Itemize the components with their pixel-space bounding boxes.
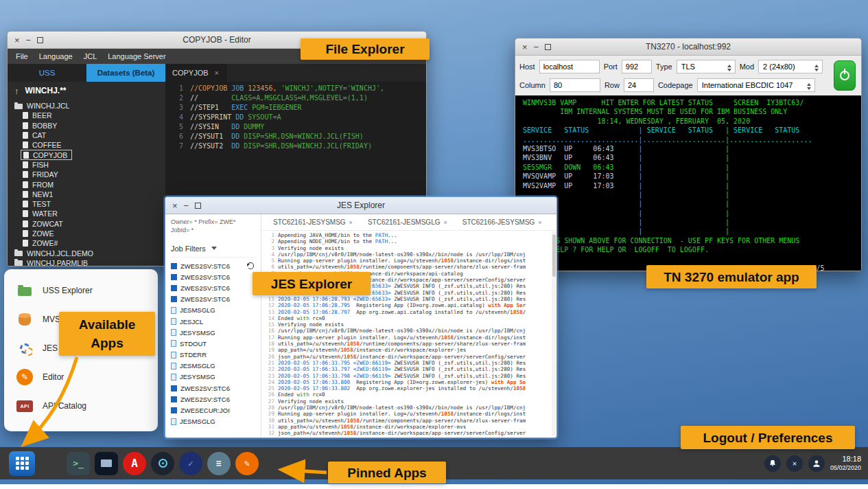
refresh-icon[interactable] bbox=[247, 262, 254, 269]
log-line: 28/usr/lpp/IBM/cnj/v8r0/IBM/node-latest-… bbox=[263, 405, 551, 411]
dataset-folder-item[interactable]: WINCHJ.PARMLIB bbox=[8, 258, 165, 266]
close-tab-icon[interactable]: × bbox=[443, 219, 447, 226]
dataset-folder-item[interactable]: WINCHJ.JCL bbox=[8, 101, 165, 111]
up-arrow-icon[interactable]: ↑ bbox=[14, 86, 19, 96]
spool-tab-stc62166-jesm[interactable]: STC62166-JESM× bbox=[550, 218, 556, 226]
app-item-api-catalog[interactable]: APIAPI Catalog bbox=[4, 391, 158, 420]
spool-file-item[interactable]: JESMSGLG bbox=[171, 305, 257, 316]
close-tab-icon[interactable]: × bbox=[215, 69, 219, 77]
menu-item-language-server[interactable]: Language Server bbox=[102, 50, 171, 62]
spool-file-item[interactable]: JESJCL bbox=[171, 316, 257, 327]
host-label: Host bbox=[519, 62, 535, 71]
dataset-member-item[interactable]: FRIDAY bbox=[8, 170, 165, 179]
log-line: 4/usr/lpp/IBM/cnj/v8r0/IBM/node-latest-o… bbox=[263, 251, 551, 258]
file-icon bbox=[23, 141, 28, 148]
maximize-icon[interactable] bbox=[37, 37, 43, 43]
tn3270-titlebar[interactable]: × − TN3270 - localhost:992 bbox=[515, 38, 861, 56]
spool-log-viewer[interactable]: 1Appending JAVA_HOME/bin to the PATH...2… bbox=[261, 231, 556, 437]
close-icon[interactable]: × bbox=[172, 201, 178, 210]
app-item-uss-explorer[interactable]: USS Explorer bbox=[4, 276, 158, 305]
spool-tab-stc62161-jesmsglg[interactable]: STC62161-JESMSGLG× bbox=[360, 218, 455, 226]
tn3270-app-icon[interactable] bbox=[95, 452, 118, 475]
spool-tab-stc62161-jesysmsg[interactable]: STC62161-JESYSMSG× bbox=[266, 218, 360, 226]
job-filters-dropdown[interactable]: Job Filters bbox=[171, 240, 257, 258]
job-item[interactable]: ZWES2SV:STC6 bbox=[171, 294, 257, 305]
spool-file-item[interactable]: JESMSGLG bbox=[171, 361, 257, 372]
dataset-member-item[interactable]: COFFEE bbox=[8, 140, 165, 150]
job-icon bbox=[171, 296, 177, 302]
job-item[interactable]: ZWES2SV:STC6 bbox=[171, 282, 257, 293]
dataset-member-item[interactable]: FISH bbox=[8, 160, 165, 170]
tab-datasets-beta[interactable]: Datasets (Beta) bbox=[86, 64, 165, 82]
react-app-icon[interactable] bbox=[151, 452, 174, 475]
close-session-icon[interactable]: × bbox=[786, 455, 803, 472]
user-icon[interactable] bbox=[808, 455, 825, 472]
dataset-member-item[interactable]: BOBBY bbox=[8, 121, 165, 130]
code-token: // bbox=[190, 93, 231, 103]
dataset-member-item[interactable]: CAT bbox=[8, 130, 165, 140]
job-item[interactable]: ZWES2SV:STC6 bbox=[171, 394, 257, 405]
close-tab-icon[interactable]: × bbox=[349, 219, 353, 226]
minimize-icon[interactable]: − bbox=[184, 201, 189, 210]
row-input[interactable] bbox=[624, 78, 654, 92]
spool-file-item[interactable]: JESYSMSG bbox=[171, 327, 257, 338]
host-input[interactable] bbox=[539, 60, 600, 73]
type-select[interactable]: TLS bbox=[677, 60, 736, 73]
code-line: 6//SYSUT1 DD DISP=SHR,DSN=WINCHJ.JCL(FIS… bbox=[165, 132, 426, 141]
minimize-icon[interactable]: − bbox=[534, 43, 539, 52]
dataset-member-item[interactable]: NEW1 bbox=[8, 190, 165, 199]
minimize-icon[interactable]: − bbox=[26, 36, 32, 45]
spool-file-item[interactable]: STDOUT bbox=[171, 338, 257, 349]
connect-power-button[interactable] bbox=[834, 60, 856, 91]
angular-app-icon[interactable]: A bbox=[123, 452, 146, 475]
dataset-member-item[interactable]: TEST bbox=[8, 199, 165, 209]
close-icon[interactable]: × bbox=[522, 43, 528, 52]
check-app-icon[interactable]: ✓ bbox=[179, 452, 202, 475]
notes-app-icon[interactable]: ≡ bbox=[207, 452, 231, 475]
column-input[interactable] bbox=[550, 78, 600, 92]
close-tab-icon[interactable]: × bbox=[538, 219, 541, 226]
tab-uss[interactable]: USS bbox=[8, 64, 86, 82]
spool-tab-stc62166-jesysmsg[interactable]: STC62166-JESYSMSG× bbox=[455, 218, 550, 226]
dataset-member-item[interactable]: ZOWCAT bbox=[8, 219, 165, 229]
dataset-filter[interactable]: ↑ WINCHJ.** bbox=[8, 82, 165, 100]
dataset-member-item[interactable]: ZOWE# bbox=[8, 238, 165, 248]
log-line: 31app_path=/u/stevenh/1058/instance-dir/… bbox=[263, 424, 551, 430]
jes-titlebar[interactable]: × − JES Explorer bbox=[165, 197, 556, 214]
scrollbar-thumb[interactable] bbox=[552, 234, 556, 277]
dataset-member-item[interactable]: FROM bbox=[8, 179, 165, 189]
start-menu-button[interactable] bbox=[9, 451, 35, 476]
editor-file-tab[interactable]: COPYJOB × bbox=[165, 64, 226, 82]
spool-file-item[interactable]: JESYSMSG bbox=[171, 372, 257, 383]
port-input[interactable] bbox=[622, 60, 652, 73]
dataset-folder-item[interactable]: WINCHJ.JCL.DEMO bbox=[8, 248, 165, 258]
job-item[interactable]: ZWES2SV:STC6 bbox=[171, 271, 257, 282]
terminal-screen[interactable]: WINMVS3B VAMP HIT ENTER FOR LATEST STATU… bbox=[515, 96, 861, 271]
codepage-select[interactable]: International EBCDIC 1047 bbox=[697, 78, 815, 92]
terminal-app-icon[interactable]: >_ bbox=[67, 452, 90, 475]
job-item[interactable]: ZWES2SV:STC6 bbox=[171, 383, 257, 394]
maximize-icon[interactable] bbox=[195, 203, 201, 209]
app-item-editor[interactable]: ✎Editor bbox=[4, 363, 158, 391]
scrollbar[interactable] bbox=[552, 231, 556, 436]
menu-item-file[interactable]: File bbox=[10, 50, 34, 62]
menu-item-jcl[interactable]: JCL bbox=[78, 50, 103, 62]
editor-app-icon[interactable]: ✎ bbox=[235, 452, 259, 475]
spool-file-item[interactable]: STDERR bbox=[171, 350, 257, 361]
dataset-member-item[interactable]: BEER bbox=[8, 111, 165, 120]
explorer-tabs: USSDatasets (Beta) bbox=[8, 64, 165, 82]
notifications-bell-icon[interactable] bbox=[764, 455, 781, 472]
menu-item-language[interactable]: Language bbox=[34, 50, 78, 62]
dataset-member-item[interactable]: WATER bbox=[8, 209, 165, 218]
spool-file-item[interactable]: JESMSGLG bbox=[171, 416, 257, 427]
job-item[interactable]: ZWESECUR:JOI bbox=[171, 405, 257, 416]
terminal-text bbox=[643, 172, 725, 180]
maximize-icon[interactable] bbox=[545, 44, 551, 50]
close-icon[interactable]: × bbox=[14, 36, 20, 45]
mod-select[interactable]: 2 (24x80) bbox=[758, 60, 823, 73]
terminal-line: MVS2VAMP UP 17:03 | | bbox=[519, 181, 861, 190]
job-item[interactable]: ZWES2SV:STC6 bbox=[171, 260, 257, 271]
terminal-text: ............................|...........… bbox=[519, 136, 812, 144]
dataset-member-item[interactable]: ZOWE bbox=[8, 229, 165, 238]
dataset-member-item[interactable]: COPYJOB bbox=[21, 150, 72, 159]
